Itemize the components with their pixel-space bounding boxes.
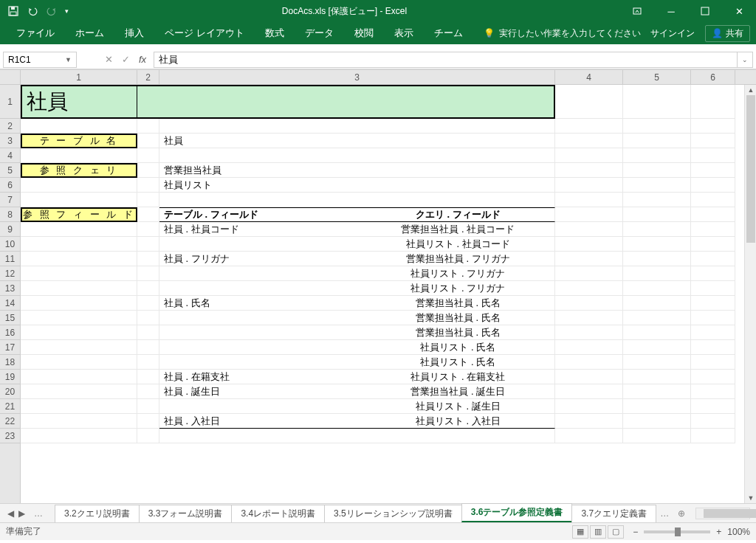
cell[interactable]	[691, 222, 735, 237]
field-data-row[interactable]: 社員リスト . 氏名	[159, 355, 555, 370]
cell[interactable]: 社員	[159, 134, 555, 148]
cell[interactable]	[623, 178, 691, 193]
share-button[interactable]: 👤 共有	[705, 25, 750, 42]
cell[interactable]	[691, 414, 735, 429]
name-box[interactable]: R1C1 ▼	[3, 52, 77, 68]
cell[interactable]	[555, 85, 623, 119]
cell[interactable]	[555, 399, 623, 414]
name-box-dropdown-icon[interactable]: ▼	[65, 56, 72, 63]
cell[interactable]	[623, 399, 691, 414]
field-data-row[interactable]: 社員 . フリガナ営業担当社員 . フリガナ	[159, 252, 555, 266]
cell[interactable]	[691, 134, 735, 148]
row-header[interactable]: 10	[0, 237, 20, 252]
column-header[interactable]: 2	[137, 70, 159, 84]
cell[interactable]	[623, 163, 691, 178]
cell[interactable]	[623, 429, 691, 443]
row-header[interactable]: 14	[0, 296, 20, 311]
column-header[interactable]: 4	[555, 70, 623, 84]
cell[interactable]	[555, 325, 623, 340]
zoom-level[interactable]: 100%	[727, 527, 750, 537]
ribbon-tab[interactable]: 挿入	[114, 22, 154, 44]
cell[interactable]	[555, 340, 623, 355]
cell[interactable]	[623, 266, 691, 281]
column-header[interactable]: 1	[21, 70, 137, 84]
cell[interactable]	[691, 178, 735, 193]
column-header[interactable]: 5	[623, 70, 691, 84]
field-data-row[interactable]: 社員リスト . フリガナ	[159, 266, 555, 281]
row-header[interactable]: 3	[0, 134, 20, 148]
cell[interactable]	[137, 399, 159, 414]
field-data-row[interactable]: 社員 . 社員コード営業担当社員 . 社員コード	[159, 222, 555, 237]
cell[interactable]	[623, 222, 691, 237]
sheet-tab[interactable]: 3.6テーブル参照定義書	[461, 503, 573, 522]
cell[interactable]	[555, 178, 623, 193]
cell[interactable]	[691, 163, 735, 178]
cell[interactable]	[555, 119, 623, 134]
undo-icon[interactable]	[27, 5, 38, 17]
row-header[interactable]: 8	[0, 207, 20, 222]
ribbon-tab[interactable]: ファイル	[6, 22, 65, 44]
cell[interactable]	[691, 325, 735, 340]
cell[interactable]	[159, 429, 555, 443]
sheet-add-button[interactable]: ⊕	[673, 508, 690, 519]
cell[interactable]	[555, 355, 623, 370]
ribbon-tab[interactable]: ホーム	[65, 22, 114, 44]
ribbon-tab[interactable]: 数式	[255, 22, 295, 44]
field-data-row[interactable]: 社員リスト . 社員コード	[159, 237, 555, 252]
cell[interactable]	[21, 384, 137, 399]
cell[interactable]	[159, 119, 555, 134]
cell[interactable]	[137, 85, 555, 119]
cell[interactable]	[137, 311, 159, 325]
field-data-row[interactable]: 営業担当社員 . 氏名	[159, 311, 555, 325]
cell[interactable]	[137, 370, 159, 384]
cell[interactable]	[623, 311, 691, 325]
cell[interactable]	[555, 370, 623, 384]
row-header[interactable]: 20	[0, 384, 20, 399]
field-data-row[interactable]: 社員リスト . 氏名	[159, 340, 555, 355]
cell[interactable]	[623, 119, 691, 134]
cell[interactable]	[691, 119, 735, 134]
cell[interactable]	[623, 296, 691, 311]
page-break-view-button[interactable]: ▢	[608, 525, 624, 539]
row-header[interactable]: 12	[0, 266, 20, 281]
zoom-out-button[interactable]: −	[633, 527, 638, 537]
cell[interactable]	[691, 370, 735, 384]
cell[interactable]	[691, 384, 735, 399]
field-data-row[interactable]: 社員 . 誕生日営業担当社員 . 誕生日	[159, 384, 555, 399]
ribbon-tab[interactable]: ページ レイアウト	[154, 22, 255, 44]
cell[interactable]	[21, 119, 137, 134]
row-header[interactable]: 15	[0, 311, 20, 325]
cell[interactable]	[21, 370, 137, 384]
ribbon-tab[interactable]: データ	[295, 22, 344, 44]
row-header[interactable]: 13	[0, 281, 20, 296]
field-data-row[interactable]: 社員リスト . 誕生日	[159, 399, 555, 414]
signin-link[interactable]: サインイン	[650, 27, 695, 40]
minimize-button[interactable]: ─	[654, 0, 688, 22]
row-header[interactable]: 9	[0, 222, 20, 237]
cell[interactable]	[623, 414, 691, 429]
row-header[interactable]: 1	[0, 85, 20, 119]
zoom-slider[interactable]	[644, 530, 710, 533]
cell[interactable]	[623, 237, 691, 252]
fx-icon[interactable]: fx	[139, 54, 146, 65]
cell[interactable]	[137, 193, 159, 207]
cell[interactable]	[21, 340, 137, 355]
cell[interactable]	[21, 414, 137, 429]
row-header[interactable]: 7	[0, 193, 20, 207]
row-header[interactable]: 18	[0, 355, 20, 370]
field-data-row[interactable]: 営業担当社員 . 氏名	[159, 325, 555, 340]
cell[interactable]	[21, 399, 137, 414]
cell[interactable]	[691, 85, 735, 119]
cell[interactable]	[691, 252, 735, 266]
cell[interactable]	[691, 281, 735, 296]
cell[interactable]	[623, 148, 691, 163]
ribbon-tab[interactable]: チーム	[424, 22, 473, 44]
row-header[interactable]: 17	[0, 340, 20, 355]
scroll-up-icon[interactable]: ▲	[745, 85, 756, 95]
normal-view-button[interactable]: ▦	[572, 525, 588, 539]
ribbon-tab[interactable]: 校閲	[344, 22, 384, 44]
sheet-nav-more-icon[interactable]: …	[30, 508, 47, 519]
cell[interactable]: 社員リスト	[159, 178, 555, 193]
cell[interactable]	[555, 252, 623, 266]
cell[interactable]	[159, 148, 555, 163]
